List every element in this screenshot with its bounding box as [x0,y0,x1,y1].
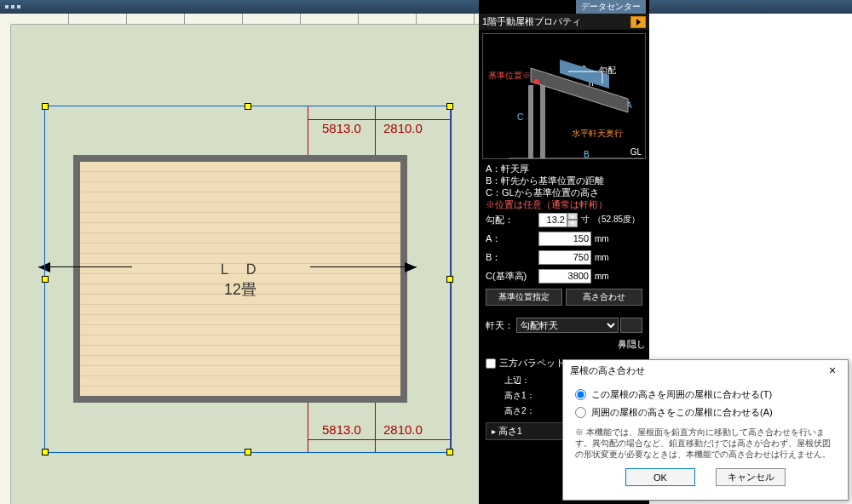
height-match-dialog: 屋根の高さ合わせ × この屋根の高さを周囲の屋根に合わせる(T) 周囲の屋根の高… [562,359,849,501]
slope-input[interactable] [538,213,567,227]
resize-handle[interactable] [446,449,453,455]
drawing-canvas[interactable]: 5813.0 2810.0 5813.0 2810.0 Ｌ Ｄ 12畳 [0,14,479,504]
resize-handle[interactable] [42,276,49,283]
resize-handle[interactable] [42,449,49,455]
dialog-note: ※ 本機能では、屋根面を鉛直方向に移動して高さ合わせを行います。異勾配の場合など… [575,421,836,465]
resize-handle[interactable] [245,103,251,110]
slope-deg: （52.85度） [593,214,640,226]
resize-handle[interactable] [446,276,453,283]
c-input[interactable] [538,269,591,284]
dialog-titlebar[interactable]: 屋根の高さ合わせ × [563,360,848,381]
legend-a: A：軒天厚 [486,163,642,175]
radio-label-1: この屋根の高さを周囲の屋根に合わせる(T) [591,388,772,401]
ruler-corner [0,14,11,25]
a-input[interactable] [538,232,591,246]
radio-option-2[interactable]: 周囲の屋根の高さをこの屋根に合わせる(A) [575,404,836,421]
nose-hide-label: 鼻隠し [618,338,646,351]
panel-title-bar: 1階手動屋根プロパティ [479,14,649,30]
eaves-label: 軒天： [486,319,516,332]
radio-label-2: 周囲の屋根の高さをこの屋根に合わせる(A) [591,406,773,419]
resize-handle[interactable] [245,449,251,455]
legend-c: C：GLから基準位置の高さ [486,186,642,198]
radio-others-to-this[interactable] [575,407,586,418]
selection-box[interactable] [44,106,451,453]
parapet-label: 三方パラペット [499,357,565,369]
radio-option-1[interactable]: この屋根の高さを周囲の屋根に合わせる(T) [575,386,836,404]
eaves-select[interactable]: 勾配軒天 [516,318,619,333]
ruler-vertical [0,25,11,504]
dialog-title: 屋根の高さ合わせ [570,364,645,377]
ruler-horizontal [11,14,479,25]
app-toolbar [0,0,852,14]
b-unit: mm [595,253,609,262]
cancel-button[interactable]: キャンセル [716,468,786,486]
ok-button[interactable]: OK [625,468,695,486]
panel-title: 1階手動屋根プロパティ [482,15,581,28]
legend-b: B：軒先から基準位置の距離 [486,175,642,186]
resize-handle[interactable] [42,103,49,110]
eaves-settings-button[interactable] [620,318,642,333]
slope-unit: 寸 [581,214,590,226]
slope-spinner[interactable]: ▲▼ [567,213,578,227]
c-unit: mm [595,272,609,281]
b-label: B： [486,251,538,264]
radio-this-to-others[interactable] [575,389,586,400]
a-label: A： [486,232,538,245]
b-input[interactable] [538,250,591,265]
legend-note: ※位置は任意（通常は軒桁） [486,198,642,210]
c-label: C(基準高) [486,270,538,283]
svg-point-4 [534,79,539,84]
slope-label: 勾配： [486,214,538,226]
resize-handle[interactable] [446,103,453,110]
panel-collapse-button[interactable] [630,16,646,28]
a-unit: mm [595,234,609,243]
diagram-legend: A：軒天厚 B：軒先から基準位置の距離 C：GLから基準位置の高さ ※位置は任意… [479,163,649,210]
close-icon[interactable]: × [824,364,841,377]
parapet-checkbox[interactable] [486,358,496,369]
datacenter-button[interactable]: データセンター [576,0,646,14]
height-match-button[interactable]: 高さ合わせ [566,289,642,306]
roof-diagram: 基準位置※ 10 勾配 n A B C 水平軒天奥行 GL [482,33,646,159]
ref-position-button[interactable]: 基準位置指定 [486,289,562,306]
